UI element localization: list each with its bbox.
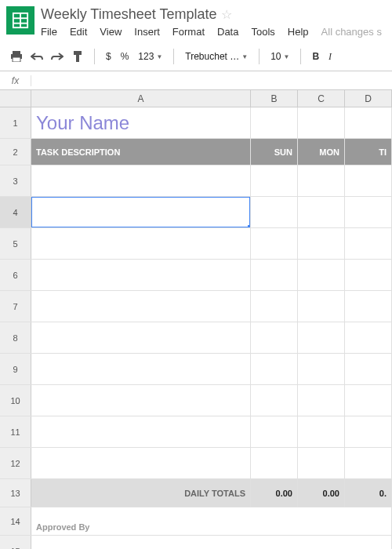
cell[interactable] [251,197,298,227]
cell[interactable] [298,507,345,535]
col-header-d[interactable]: D [345,90,392,107]
row-header[interactable]: 3 [0,165,31,196]
menu-edit[interactable]: Edit [70,26,87,38]
cell[interactable] [298,536,345,549]
row-header[interactable]: 6 [0,260,31,290]
select-all-corner[interactable] [0,90,31,107]
formula-input[interactable] [31,71,392,89]
cell[interactable] [298,260,345,290]
row-header[interactable]: 9 [0,354,31,384]
cell[interactable] [298,448,345,478]
menu-tools[interactable]: Tools [251,26,274,38]
menu-help[interactable]: Help [288,26,309,38]
cell[interactable]: MON [298,139,345,165]
row-header[interactable]: 1 [0,107,31,138]
cell[interactable] [345,385,392,416]
cell[interactable] [251,536,298,549]
print-icon[interactable] [8,47,25,66]
cell[interactable] [298,385,345,416]
currency-button[interactable]: $ [103,51,114,62]
cell[interactable] [345,448,392,478]
cell[interactable] [31,536,251,549]
col-header-c[interactable]: C [298,90,345,107]
row-header[interactable]: 14 [0,507,31,535]
cell[interactable] [298,197,345,227]
row-header[interactable]: 11 [0,416,31,447]
cell[interactable] [251,385,298,416]
cell[interactable] [298,354,345,384]
cell[interactable] [31,165,251,196]
cell[interactable] [345,107,392,138]
percent-button[interactable]: % [118,51,132,62]
cell[interactable] [345,291,392,322]
cell[interactable] [298,165,345,196]
row-header[interactable]: 2 [0,139,31,165]
cell[interactable] [345,354,392,384]
number-format-dropdown[interactable]: 123▼ [135,51,165,62]
menu-format[interactable]: Format [172,26,205,38]
cell[interactable] [345,228,392,259]
cell[interactable]: DAILY TOTALS [31,479,251,507]
menu-insert[interactable]: Insert [134,26,160,38]
cell[interactable] [345,416,392,447]
cell[interactable] [31,416,251,447]
cell[interactable]: SUN [251,139,298,165]
row-header[interactable]: 4 [0,197,31,227]
row-header[interactable]: 8 [0,322,31,353]
cell-selected[interactable] [31,197,251,227]
cell[interactable] [251,228,298,259]
cell[interactable] [298,416,345,447]
cell[interactable] [31,228,251,259]
cell[interactable] [251,260,298,290]
cell[interactable]: 0.00 [298,479,345,507]
row-header[interactable]: 12 [0,448,31,478]
row-header[interactable]: 13 [0,479,31,507]
cell[interactable] [345,536,392,549]
cell[interactable] [298,107,345,138]
cell[interactable] [345,165,392,196]
font-size-dropdown[interactable]: 10▼ [267,51,292,62]
cell[interactable] [31,291,251,322]
cell[interactable] [251,354,298,384]
cell[interactable] [31,385,251,416]
italic-button[interactable]: I [325,51,335,63]
cell[interactable]: 0.00 [251,479,298,507]
menu-view[interactable]: View [100,26,122,38]
menu-data[interactable]: Data [217,26,238,38]
cell[interactable]: 0. [345,479,392,507]
cell[interactable]: Your Name [31,107,251,138]
redo-icon[interactable] [49,47,66,66]
document-title[interactable]: Weekly Timesheet Template [41,6,216,23]
cell[interactable] [345,260,392,290]
cell[interactable] [345,507,392,535]
cell[interactable] [251,165,298,196]
cell[interactable] [298,291,345,322]
col-header-a[interactable]: A [31,90,251,107]
cell[interactable] [298,322,345,353]
font-dropdown[interactable]: Trebuchet …▼ [182,51,251,62]
row-header[interactable]: 5 [0,228,31,259]
cell[interactable] [31,260,251,290]
col-header-b[interactable]: B [251,90,298,107]
row-header[interactable]: 7 [0,291,31,322]
sheets-logo[interactable] [6,6,34,35]
cell[interactable] [251,107,298,138]
cell[interactable]: TASK DESCRIPTION [31,139,251,165]
cell[interactable] [31,354,251,384]
cell[interactable] [251,448,298,478]
cell[interactable] [31,448,251,478]
undo-icon[interactable] [28,47,45,66]
cell[interactable] [251,322,298,353]
row-header[interactable]: 15 [0,536,31,549]
cell[interactable] [31,322,251,353]
cell[interactable]: Approved By [31,507,251,535]
cell[interactable] [251,291,298,322]
menu-file[interactable]: File [41,26,57,38]
cell[interactable] [251,416,298,447]
cell[interactable] [298,228,345,259]
cell[interactable] [345,322,392,353]
cell[interactable]: TI [345,139,392,165]
star-icon[interactable]: ☆ [221,7,232,22]
cell[interactable] [345,197,392,227]
paint-format-icon[interactable] [69,47,86,66]
